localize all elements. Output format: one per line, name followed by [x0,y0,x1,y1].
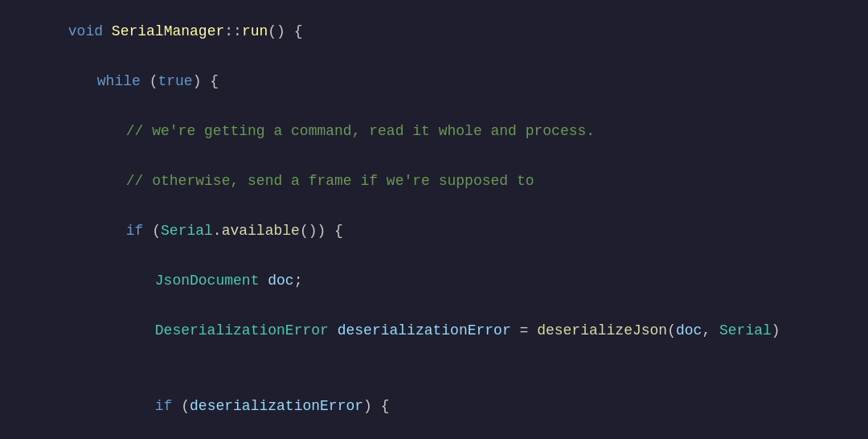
keyword-while: while [97,73,141,89]
class-name: SerialManager [112,23,224,39]
keyword-void: void [68,23,103,39]
type-jsondocument: JsonDocument [155,273,260,289]
fn-available: available [222,223,300,239]
keyword-if-1: if [126,223,144,239]
code-line-5: if (Serial.available()) { [0,206,868,256]
serial-class: Serial [161,223,213,239]
arg-serial: Serial [719,322,772,338]
keyword-if-2: if [155,398,173,414]
fn-deserializejson: deserializeJson [537,322,667,338]
arg-doc: doc [676,322,702,338]
comment-2: // otherwise, send a frame if we're supp… [126,173,534,189]
code-line-7: DeserializationError deserializationErro… [0,306,868,355]
type-deserializationerror: DeserializationError [155,322,329,338]
code-line-4: // otherwise, send a frame if we're supp… [0,156,868,206]
var-deserializationerror-2: deserializationError [190,398,363,414]
comment-1: // we're getting a command, read it whol… [126,123,595,139]
code-line-9: if (deserializationError) { [0,381,868,431]
var-deserializationerror: deserializationError [338,322,511,338]
code-line-2: while (true) { [0,56,868,106]
code-line-8-empty [0,355,868,381]
keyword-true: true [158,73,192,89]
var-doc: doc [268,273,293,289]
code-line-1: void SerialManager::run() { [0,6,868,56]
code-line-3: // we're getting a command, read it whol… [0,106,868,156]
code-editor: void SerialManager::run() { while (true)… [0,0,868,439]
code-line-10: log_e("Command deserialization failed: %… [0,431,868,439]
method-name: run [242,23,268,39]
code-line-6: JsonDocument doc; [0,256,868,306]
